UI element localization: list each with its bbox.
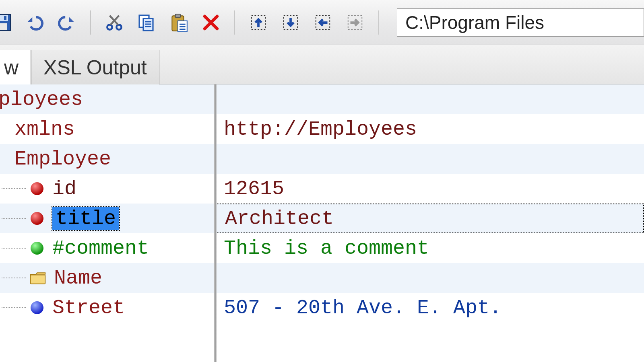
arrow-left-boxed-icon (314, 13, 332, 32)
comment-icon (29, 240, 45, 256)
file-path-value: C:\Program Files (405, 12, 544, 33)
comment-node: #comment (52, 237, 149, 260)
node-value: 507 - 20th Ave. E. Apt. (224, 296, 502, 319)
svg-point-4 (107, 25, 112, 29)
table-row[interactable]: Name (0, 263, 644, 293)
svg-rect-2 (0, 23, 7, 30)
save-button[interactable] (0, 10, 14, 35)
svg-point-19 (31, 301, 43, 314)
scissors-icon (105, 13, 124, 32)
table-row[interactable]: Employee (0, 144, 644, 174)
toolbar: C:\Program Files (0, 0, 644, 45)
svg-point-5 (116, 25, 121, 29)
attribute-node-selected: title (52, 207, 119, 230)
svg-point-16 (31, 212, 43, 225)
svg-rect-3 (4, 16, 6, 20)
arrow-down-boxed-icon (281, 13, 300, 32)
table-row[interactable]: ployees (0, 84, 644, 114)
column-splitter[interactable] (214, 84, 217, 362)
move-up-button[interactable] (246, 10, 270, 35)
paste-button[interactable] (167, 10, 191, 35)
svg-point-15 (31, 182, 43, 195)
attribute-icon (29, 210, 45, 226)
value-cell-selected[interactable]: Architect (214, 204, 644, 233)
tabs-row: w XSL Output (0, 45, 644, 84)
indent-button[interactable] (343, 10, 367, 35)
table-row[interactable]: id 12615 (0, 174, 644, 204)
delete-button[interactable] (199, 10, 223, 35)
element-icon (29, 300, 45, 316)
folder-icon (29, 270, 47, 286)
table-row[interactable]: title Architect (0, 204, 644, 233)
redo-icon (58, 13, 76, 32)
copy-icon (137, 13, 156, 32)
table-row[interactable]: Street 507 - 20th Ave. E. Apt. (0, 293, 644, 323)
undo-icon (25, 13, 44, 32)
redo-button[interactable] (55, 10, 79, 35)
arrow-right-boxed-icon (346, 13, 364, 32)
element-node: Name (54, 267, 102, 290)
svg-point-17 (31, 242, 43, 255)
copy-button[interactable] (134, 10, 159, 35)
toolbar-separator (90, 10, 91, 35)
clipboard-icon (169, 12, 189, 33)
file-path-input[interactable]: C:\Program Files (397, 8, 644, 37)
toolbar-separator (234, 10, 235, 35)
attribute-icon (29, 181, 45, 197)
table-row[interactable]: xmlns http://Employees (0, 114, 644, 144)
tab-label: XSL Output (43, 56, 147, 79)
undo-button[interactable] (23, 10, 47, 35)
svg-rect-9 (175, 14, 181, 17)
outdent-button[interactable] (311, 10, 335, 35)
element-node: ployees (0, 88, 83, 111)
element-node: Employee (14, 148, 111, 171)
element-node: Street (52, 296, 125, 319)
svg-rect-18 (31, 275, 45, 284)
arrow-up-boxed-icon (249, 13, 268, 32)
x-icon (202, 13, 220, 32)
move-down-button[interactable] (279, 10, 303, 35)
node-value: This is a comment (224, 237, 429, 260)
attribute-node: xmlns (14, 118, 75, 141)
cut-button[interactable] (102, 10, 126, 35)
tab-label: w (4, 56, 19, 79)
node-value: http://Employees (224, 118, 417, 141)
table-row[interactable]: #comment This is a comment (0, 233, 644, 263)
attribute-node: id (52, 177, 76, 200)
node-value: 12615 (224, 177, 284, 200)
floppy-icon (0, 13, 12, 32)
tab-partial-left[interactable]: w (0, 50, 31, 84)
toolbar-separator (378, 10, 379, 35)
xml-grid-editor: ployees xmlns http://Employees Employee (0, 84, 644, 362)
tab-xsl-output[interactable]: XSL Output (31, 50, 159, 84)
node-value: Architect (225, 207, 334, 230)
